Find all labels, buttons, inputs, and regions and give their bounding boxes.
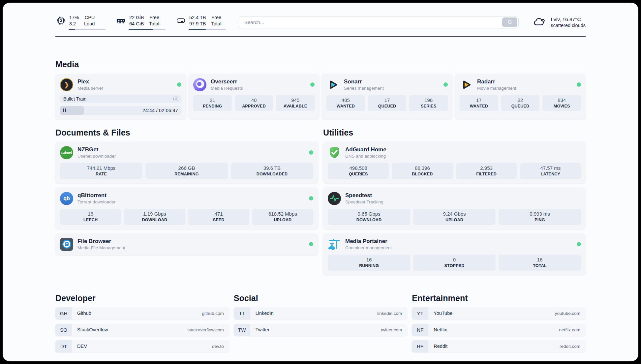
stat-box: 16RUNNING xyxy=(328,255,410,271)
stat-box: 471SEED xyxy=(188,209,249,225)
header-divider xyxy=(55,36,586,37)
open-modal-icon[interactable] xyxy=(173,97,178,101)
bookmark-url: reddit.com xyxy=(560,344,580,349)
stat-box: 16LEECH xyxy=(60,209,121,225)
stat-value: 834 xyxy=(544,97,580,103)
playback-bar[interactable]: 24:44 / 02:06:47 xyxy=(60,106,181,115)
status-indicator xyxy=(577,242,581,246)
app-card-qbittorrent[interactable]: qb qBittorrent Torrent downloader 16LEEC… xyxy=(55,188,318,229)
disk-icon xyxy=(175,15,186,26)
stat-value: 17 xyxy=(369,97,405,103)
stat-box: 47.57 msLATENCY xyxy=(520,163,581,179)
bookmark-abbr: TW xyxy=(234,324,250,336)
cpu-load-value: 3.2 xyxy=(69,21,79,27)
section-title-social: Social xyxy=(234,293,408,303)
stat-box: 0.993 msPING xyxy=(499,209,581,225)
search-input[interactable] xyxy=(239,16,519,28)
now-playing-title: Bullet Train xyxy=(63,96,86,102)
stat-label: WANTED xyxy=(461,104,497,108)
stat-box: 196SERIES xyxy=(409,95,448,111)
ram-total-value: 64 GiB xyxy=(129,21,144,27)
bookmark-name: YouTube xyxy=(434,311,452,316)
app-title: qBittorrent xyxy=(77,192,116,199)
plex-icon: ❯ xyxy=(60,78,73,91)
cpu-stat: 17% 3.2 CPU Load xyxy=(55,15,106,30)
stat-label: FILTERED xyxy=(457,172,516,176)
stat-label: APPROVED xyxy=(236,104,272,108)
weather-location-temp: Lviv, 16.87°C xyxy=(551,16,586,22)
status-indicator xyxy=(309,242,313,246)
bookmark-dev[interactable]: DT DEV dev.to xyxy=(55,340,229,352)
weather-widget: Lviv, 16.87°C scattered clouds xyxy=(532,16,586,28)
ram-progressbar xyxy=(129,29,166,30)
app-card-plex[interactable]: ❯ Plex Media server Bullet Train 24:44 /… xyxy=(55,74,186,119)
utilities-column: Utilities AdGuard Home DNS and adblockin… xyxy=(323,128,586,275)
stat-box: 21PENDING xyxy=(193,95,232,111)
app-subtitle: Container management xyxy=(345,245,392,250)
stat-value: 945 xyxy=(277,97,313,103)
pause-icon[interactable] xyxy=(63,108,66,112)
app-card-filebrowser[interactable]: File Browser Media File Management xyxy=(55,233,318,255)
bookmark-reddit[interactable]: RE Reddit reddit.com xyxy=(412,340,586,352)
cpu-progressbar xyxy=(69,29,106,30)
bookmark-abbr: YT xyxy=(412,307,428,319)
app-card-adguard[interactable]: AdGuard Home DNS and adblocking 498,508Q… xyxy=(323,142,586,183)
stat-value: 40 xyxy=(236,97,272,103)
bookmark-abbr: NF xyxy=(412,324,428,336)
bookmark-netflix[interactable]: NF Netflix netflix.com xyxy=(412,324,586,336)
stat-box: 0STOPPED xyxy=(413,255,496,271)
stat-label: UPLOAD xyxy=(414,218,494,222)
app-title: Speedtest xyxy=(345,192,383,199)
bookmark-youtube[interactable]: YT YouTube youtube.com xyxy=(412,307,586,319)
bookmark-name: StackOverflow xyxy=(77,327,108,332)
app-title: AdGuard Home xyxy=(345,146,386,153)
bookmark-name: Netflix xyxy=(434,327,447,332)
stat-value: 9.65 Gbps xyxy=(329,211,409,217)
app-subtitle: Torrent downloader xyxy=(77,199,116,204)
stat-value: 485 xyxy=(328,97,364,103)
bookmark-github[interactable]: GH Github github.com xyxy=(55,307,229,319)
stat-value: 39.6 TB xyxy=(232,165,312,171)
bookmark-twitter[interactable]: TW Twitter twitter.com xyxy=(234,324,408,336)
stat-box: 22QUEUED xyxy=(501,95,540,111)
stat-label: REMAINING xyxy=(147,172,227,176)
bookmark-url: linkedin.com xyxy=(377,311,402,316)
stat-value: 498,508 xyxy=(329,165,387,171)
stat-label: BLOCKED xyxy=(393,172,451,176)
ram-label-top: Free xyxy=(149,15,159,21)
app-title: Sonarr xyxy=(344,78,384,85)
bookmark-url: twitter.com xyxy=(381,327,402,332)
app-card-radarr[interactable]: Radarr Movie management 17WANTED 22QUEUE… xyxy=(455,74,586,119)
stat-box: 618.52 MbpsUPLOAD xyxy=(252,209,313,225)
section-title-media: Media xyxy=(55,60,586,69)
app-card-sonarr[interactable]: Sonarr Series management 485WANTED 17QUE… xyxy=(322,74,452,119)
stat-box: 17WANTED xyxy=(460,95,498,111)
app-title: NZBGet xyxy=(77,146,116,153)
bookmark-linkedin[interactable]: LI LinkedIn linkedin.com xyxy=(234,307,408,319)
app-title: Media Portainer xyxy=(345,238,392,245)
stat-value: 16 xyxy=(329,257,409,262)
app-card-nzbget[interactable]: nzbget NZBGet Usenet downloader 744.21 M… xyxy=(55,142,318,183)
stat-box: 40APPROVED xyxy=(235,95,273,111)
search-engine-button[interactable]: G xyxy=(502,17,517,27)
stat-label: PING xyxy=(500,218,580,222)
bookmark-name: DEV xyxy=(77,344,87,349)
app-card-portainer[interactable]: Media Portainer Container management 16R… xyxy=(323,233,586,275)
stat-label: QUERIES xyxy=(329,172,387,176)
bookmark-url: netflix.com xyxy=(559,327,580,332)
search-bar: G xyxy=(239,16,519,28)
status-indicator xyxy=(177,82,181,87)
bookmark-abbr: RE xyxy=(412,340,428,352)
stat-box: 2,953FILTERED xyxy=(456,163,517,179)
app-card-overseerr[interactable]: Overseerr Media Requests 21PENDING 40APP… xyxy=(189,74,319,119)
ram-free-value: 22 GiB xyxy=(129,15,144,21)
bookmark-stackoverflow[interactable]: SO StackOverflow stackoverflow.com xyxy=(55,324,229,336)
stat-box: 39.6 TBDOWNLOADED xyxy=(231,163,313,179)
bookmark-abbr: GH xyxy=(55,307,72,319)
bookmark-abbr: DT xyxy=(55,340,72,352)
dashboard-panel: 17% 3.2 CPU Load xyxy=(3,3,638,361)
app-card-speedtest[interactable]: Speedtest Speedtest Tracking 9.65 GbpsDO… xyxy=(323,188,586,229)
stat-label: RUNNING xyxy=(329,263,409,268)
stat-value: 17 xyxy=(461,97,497,103)
stat-value: 266 GB xyxy=(147,165,227,171)
